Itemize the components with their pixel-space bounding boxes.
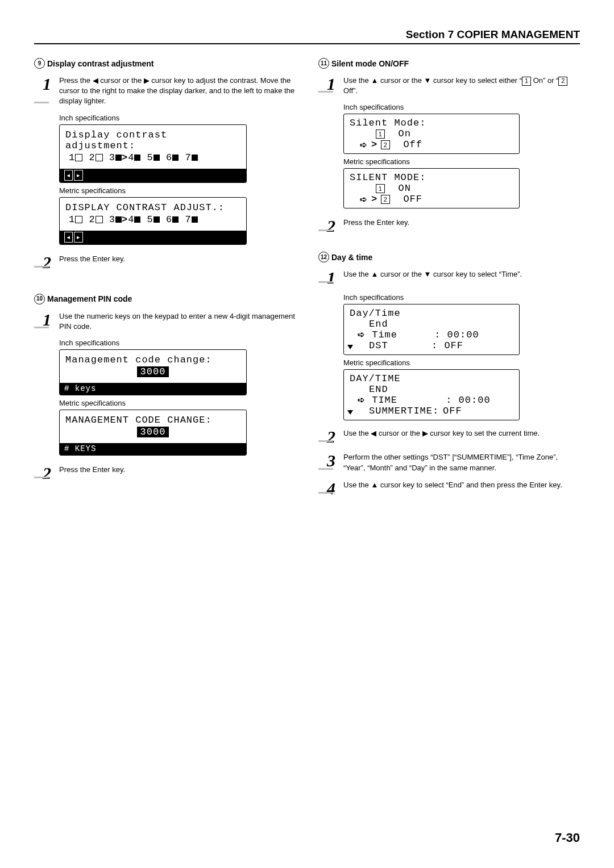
lcd-footer: # KEYS (60, 443, 246, 455)
pointer-icon: ➪ (358, 395, 366, 406)
lcd-s9-metric: DISPLAY CONTRAST ADJUST.: 1 2 3>4 5 6 7 … (59, 197, 247, 245)
s10-step2: 2 Press the Enter key. (34, 465, 296, 482)
step-number: 1 (318, 269, 338, 286)
s11-step2-text: Press the Enter key. (343, 218, 580, 235)
s9-step2-text: Press the Enter key. (59, 254, 296, 271)
lcd-line: MANAGEMENT CODE CHANGE: (65, 415, 240, 425)
left-column: 9 Display contrast adjustment 1 Press th… (34, 55, 296, 504)
topic-10: 10 Management PIN code (34, 294, 296, 304)
lcd-scale: 1 2 3>4 5 6 7 (65, 213, 240, 227)
lcd-s10-metric: MANAGEMENT CODE CHANGE: 3000 # KEYS (59, 410, 247, 456)
s11-step1: 1 Use the ▲ cursor or the ▼ cursor key t… (318, 76, 580, 96)
lcd-line-selected: ➪ Time: 00:00 (350, 329, 513, 340)
s12-step1-text: Use the ▲ cursor or the ▼ cursor key to … (343, 269, 580, 286)
lcd-line: End (350, 319, 513, 329)
circled-number-icon: 10 (34, 294, 45, 304)
s9-step1: 1 Press the ◀ cursor or the ▶ cursor key… (34, 76, 296, 107)
pin-value: 3000 (65, 365, 240, 379)
step-number: 2 (318, 218, 338, 235)
s9-step2: 2 Press the Enter key. (34, 254, 296, 271)
s11-step2: 2 Press the Enter key. (318, 218, 580, 235)
inch-label: Inch specifications (59, 114, 296, 122)
lcd-scale: 1 2 3>4 5 6 7 (65, 151, 240, 165)
pointer-icon: ➪ (358, 329, 366, 340)
lcd-line: Display contrast adjustment: (65, 130, 240, 151)
inch-label: Inch specifications (343, 103, 580, 111)
page-number: 7-30 (555, 831, 580, 845)
s12-step4: 4 Use the ▲ cursor key to select “End” a… (318, 480, 580, 497)
lcd-line: SUMMERTIME:OFF (350, 406, 513, 416)
cursor-key-icon: ◂▸ (64, 232, 83, 243)
circled-number-icon: 12 (318, 252, 329, 262)
right-column: 11 Silent mode ON/OFF 1 Use the ▲ cursor… (318, 55, 580, 504)
lcd-option: 1 On (350, 128, 513, 139)
lcd-line: DAY/TIME (350, 373, 513, 384)
step-number: 1 (318, 76, 338, 96)
s10-step2-text: Press the Enter key. (59, 465, 296, 482)
lcd-s10-inch: Management code change: 3000 # keys (59, 349, 247, 395)
topic-9-title: Display contrast adjustment (47, 59, 154, 68)
lcd-option-selected: ➪>2 Off (350, 139, 513, 150)
metric-label: Metric specifications (343, 358, 580, 367)
lcd-line: SILENT MODE: (350, 172, 513, 183)
s12-step4-text: Use the ▲ cursor key to select “End” and… (343, 480, 580, 497)
lcd-line: Management code change: (65, 354, 240, 365)
page-header: Section 7 COPIER MANAGEMENT (34, 28, 580, 44)
pointer-icon: ➪ (360, 140, 368, 150)
lcd-footer: ◂▸ (60, 231, 246, 244)
pointer-icon: ➪ (360, 194, 368, 205)
cursor-key-icon: ◂▸ (64, 170, 83, 181)
topic-11: 11 Silent mode ON/OFF (318, 58, 580, 69)
step-number: 2 (318, 428, 338, 445)
lcd-footer: ◂▸ (60, 169, 246, 182)
s12-step1: 1 Use the ▲ cursor or the ▼ cursor key t… (318, 269, 580, 286)
topic-11-title: Silent mode ON/OFF (331, 59, 409, 68)
content-columns: 9 Display contrast adjustment 1 Press th… (34, 55, 580, 504)
step-number: 1 (34, 311, 53, 332)
lcd-line: Silent Mode: (350, 118, 513, 128)
s11-step1-text: Use the ▲ cursor or the ▼ cursor key to … (343, 76, 580, 96)
inch-label: Inch specifications (59, 339, 296, 347)
scroll-down-icon (347, 341, 353, 352)
step-number: 2 (34, 254, 53, 271)
lcd-line: Day/Time (350, 308, 513, 319)
step-number: 4 (318, 480, 338, 497)
s12-step3: 3 Perform the other settings “DST” [“SUM… (318, 452, 580, 473)
lcd-s12-metric: DAY/TIME END ➪ TIME: 00:00 SUMMERTIME:OF… (343, 369, 520, 420)
circled-number-icon: 9 (34, 58, 45, 69)
s12-step2: 2 Use the ◀ cursor or the ▶ cursor key t… (318, 428, 580, 445)
lcd-s9-inch: Display contrast adjustment: 1 2 3>4 5 6… (59, 124, 247, 183)
topic-12-title: Day & time (331, 253, 372, 262)
lcd-line: END (350, 384, 513, 395)
topic-10-title: Management PIN code (47, 294, 132, 303)
pin-value: 3000 (65, 425, 240, 440)
s10-step1-text: Use the numeric keys on the keypad to en… (59, 311, 296, 332)
scroll-down-icon (347, 407, 353, 418)
lcd-line: DISPLAY CONTRAST ADJUST.: (65, 202, 240, 213)
lcd-footer: # keys (60, 383, 246, 395)
s12-step2-text: Use the ◀ cursor or the ▶ cursor key to … (343, 428, 580, 445)
metric-label: Metric specifications (59, 399, 296, 407)
lcd-line-selected: ➪ TIME: 00:00 (350, 395, 513, 406)
lcd-option-selected: ➪>2 OFF (350, 194, 513, 205)
s9-step1-text: Press the ◀ cursor or the ▶ cursor key t… (59, 76, 296, 107)
s12-step3-text: Perform the other settings “DST” [“SUMME… (343, 452, 580, 473)
lcd-s11-metric: SILENT MODE: 1 ON ➪>2 OFF (343, 168, 520, 208)
circled-number-icon: 11 (318, 58, 329, 69)
step-number: 3 (318, 452, 338, 473)
lcd-line: DST: OFF (350, 340, 513, 351)
topic-12: 12 Day & time (318, 252, 580, 262)
section-title: Section 7 COPIER MANAGEMENT (406, 28, 580, 40)
lcd-option: 1 ON (350, 183, 513, 194)
lcd-s11-inch: Silent Mode: 1 On ➪>2 Off (343, 114, 520, 154)
metric-label: Metric specifications (343, 157, 580, 166)
step-number: 1 (34, 76, 53, 107)
inch-label: Inch specifications (343, 293, 580, 302)
step-number: 2 (34, 465, 53, 482)
s10-step1: 1 Use the numeric keys on the keypad to … (34, 311, 296, 332)
topic-9: 9 Display contrast adjustment (34, 58, 296, 69)
lcd-s12-inch: Day/Time End ➪ Time: 00:00 DST: OFF (343, 304, 520, 355)
metric-label: Metric specifications (59, 186, 296, 195)
